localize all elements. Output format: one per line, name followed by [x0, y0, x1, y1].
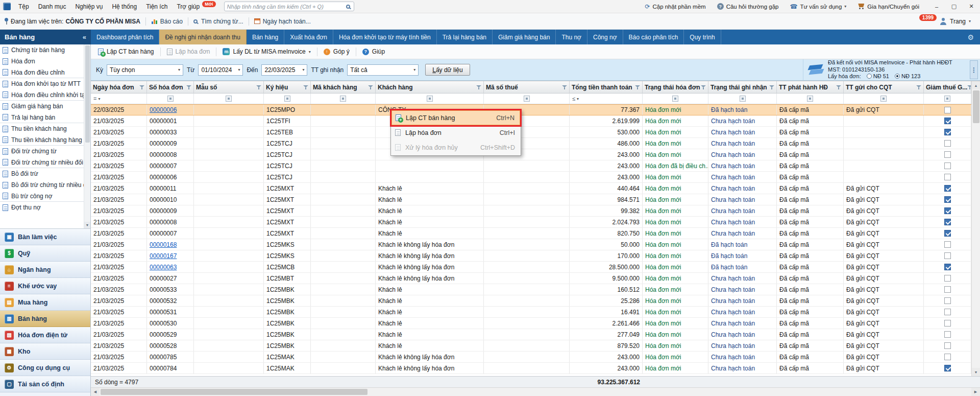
- table-row[interactable]: 21/03/2025000000101C25MXTKhách lẻ984.571…: [91, 194, 971, 205]
- table-row[interactable]: 21/03/2025000000091C25MXTKhách lẻ99.382H…: [91, 205, 971, 217]
- tab-6[interactable]: Trả lại hàng bán: [437, 30, 493, 44]
- module-item-công-cụ-dụng-cụ[interactable]: ⚙Công cụ dụng cụ: [0, 360, 90, 376]
- filter-cell-5[interactable]: [311, 94, 376, 104]
- sidebar-item-10[interactable]: Đối trừ chứng từ: [0, 146, 84, 157]
- column-header-5[interactable]: Mã khách hàng: [311, 81, 376, 93]
- sidebar-item-11[interactable]: Đối trừ chứng từ nhiều đối t...: [0, 157, 84, 168]
- filter-button-icon[interactable]: [524, 96, 530, 102]
- sidebar-item-15[interactable]: Đợt thu nợ: [0, 202, 84, 213]
- module-item-kho[interactable]: ▦Kho: [0, 343, 90, 360]
- filter-funnel-icon[interactable]: [967, 85, 971, 90]
- sidebar-scrollbar-thumb[interactable]: [85, 45, 90, 143]
- tab-5[interactable]: Hóa đơn khởi tạo từ máy tính tiền: [333, 30, 437, 44]
- tax-reduce-checkbox[interactable]: [944, 309, 951, 315]
- tax-reduce-checkbox[interactable]: [944, 219, 951, 225]
- to-date-input[interactable]: 22/03/2025 ▾: [261, 64, 307, 76]
- minimize-button[interactable]: –: [928, 0, 945, 13]
- invoice-no-link[interactable]: 00000006: [150, 106, 177, 113]
- radio-nd51-label[interactable]: NĐ 51: [873, 73, 889, 79]
- sidebar-item-8[interactable]: Thu tiền khách hàng: [0, 123, 84, 134]
- module-item-bàn-làm-việc[interactable]: ▣Bàn làm việc: [0, 229, 90, 245]
- tax-reduce-checkbox[interactable]: [944, 185, 951, 192]
- from-date-input[interactable]: 01/10/2024 ▾: [198, 64, 243, 76]
- toolbar-button-5[interactable]: ?Giúp: [358, 46, 389, 57]
- tax-reduce-checkbox[interactable]: [944, 365, 951, 371]
- filter-cell-10[interactable]: [708, 94, 777, 104]
- table-row[interactable]: 21/03/2025000000331C25TEB530.000Hóa đơn …: [91, 127, 971, 138]
- tab-settings-gear-icon[interactable]: ⚙: [961, 30, 980, 44]
- menubar-cart-button[interactable]: Gia hạn/Chuyển gói: [853, 0, 924, 13]
- tax-reduce-checkbox[interactable]: [944, 230, 951, 237]
- record-status-select[interactable]: Tất cả ▾: [347, 64, 419, 76]
- workbar-link-1[interactable]: Báo cáo: [151, 18, 183, 25]
- filter-funnel-icon[interactable]: [836, 85, 841, 90]
- table-row[interactable]: 21/03/2025000000011C25TFI2.619.999Hóa đơ…: [91, 115, 971, 127]
- filter-cell-6[interactable]: [376, 94, 484, 104]
- column-header-11[interactable]: TT phát hành HĐ: [777, 81, 844, 93]
- toolbar-button-1[interactable]: Lập CT bán hàng: [94, 46, 158, 57]
- horizontal-scrollbar-thumb[interactable]: [101, 389, 368, 395]
- filter-button-icon[interactable]: [284, 96, 290, 102]
- period-select[interactable]: Tùy chọn ▾: [107, 64, 183, 76]
- filter-button-icon[interactable]: [226, 96, 232, 102]
- scroll-left-icon[interactable]: ◀: [91, 388, 100, 396]
- tab-11[interactable]: Quy trình: [684, 30, 721, 44]
- tab-4[interactable]: Xuất hóa đơn: [284, 30, 333, 44]
- column-header-4[interactable]: Ký hiệu: [264, 81, 311, 93]
- tab-9[interactable]: Công nợ: [587, 30, 623, 44]
- vertical-scrollbar-thumb[interactable]: [973, 90, 979, 123]
- tax-reduce-checkbox[interactable]: [944, 107, 951, 113]
- table-row[interactable]: 21/03/2025000000081C25MXTKhách lẻ2.024.7…: [91, 217, 971, 228]
- company-name[interactable]: CÔNG TY CỔ PHẦN MISA: [65, 18, 140, 25]
- sidebar-item-12[interactable]: Bỏ đối trừ: [0, 168, 84, 179]
- chevron-down-icon[interactable]: ▾: [969, 19, 971, 24]
- tax-reduce-checkbox[interactable]: [944, 320, 951, 327]
- tax-reduce-checkbox[interactable]: [944, 207, 951, 214]
- tab-3[interactable]: Bán hàng: [247, 30, 284, 44]
- filter-cell-1[interactable]: =▾: [91, 94, 147, 104]
- radio-nd123[interactable]: [895, 74, 900, 79]
- table-row[interactable]: 21/03/2025000000091C25TCJ486.000Hóa đơn …: [91, 138, 971, 149]
- tax-reduce-checkbox[interactable]: [944, 342, 951, 349]
- sidebar-item-5[interactable]: Hóa đơn điều chỉnh khởi tạo...: [0, 89, 84, 101]
- sidebar-item-4[interactable]: Hóa đơn khởi tạo từ MTT: [0, 78, 84, 89]
- sidebar-item-7[interactable]: Trả lại hàng bán: [0, 112, 84, 123]
- module-item-hóa-đơn-điện-tử[interactable]: ▧Hóa đơn điện tử: [0, 327, 90, 343]
- tab-10[interactable]: Báo cáo phân tích: [623, 30, 684, 44]
- table-row[interactable]: 21/03/2025000000631C25MCBKhách lẻ không …: [91, 262, 971, 273]
- table-row[interactable]: 21/03/2025000000071C25TCJ243.000Hóa đơn …: [91, 160, 971, 172]
- filter-cell-2[interactable]: [147, 94, 194, 104]
- column-header-12[interactable]: TT gửi cho CQT: [844, 81, 924, 93]
- filter-funnel-icon[interactable]: [635, 85, 640, 90]
- search-box[interactable]: [224, 2, 354, 11]
- sidebar-item-6[interactable]: Giảm giá hàng bán: [0, 101, 84, 112]
- scroll-right-icon[interactable]: ▶: [971, 388, 980, 396]
- filter-button-icon[interactable]: [740, 96, 746, 102]
- scroll-up-icon[interactable]: ▲: [972, 81, 980, 89]
- table-row[interactable]: 21/03/2025000001671C25MKSKhách lẻ không …: [91, 250, 971, 262]
- toolbar-button-3[interactable]: mLấy DL từ MISA meInvoice▾: [218, 46, 314, 57]
- menu-item-2[interactable]: Danh mục: [34, 0, 71, 13]
- scroll-down-icon[interactable]: ▼: [972, 368, 980, 376]
- column-header-6[interactable]: Khách hàng: [376, 81, 484, 93]
- workbar-link-3[interactable]: Ngày hạch toán...: [254, 18, 311, 25]
- sidebar-scrollbar[interactable]: ▼: [84, 44, 90, 228]
- collapse-sidebar-button[interactable]: «: [83, 33, 86, 41]
- context-menu-item-2[interactable]: Lập hóa đơnCtrl+I: [391, 125, 520, 140]
- tax-reduce-checkbox[interactable]: [944, 252, 951, 259]
- sidebar-item-14[interactable]: Bù trừ công nợ: [0, 191, 84, 202]
- horizontal-scrollbar[interactable]: ◀ ▶: [91, 387, 980, 396]
- filter-button-icon[interactable]: [340, 96, 346, 102]
- filter-cell-8[interactable]: ≤▾: [570, 94, 643, 104]
- sidebar-item-2[interactable]: Hóa đơn: [0, 56, 84, 67]
- tax-reduce-checkbox[interactable]: [944, 162, 951, 169]
- tab-2[interactable]: Đề nghị ghi nhận doanh thu: [159, 30, 246, 44]
- column-header-9[interactable]: Trạng thái hóa đơn: [643, 81, 708, 93]
- table-row[interactable]: 21/03/2025000000111C25MXTKhách lẻ440.464…: [91, 183, 971, 194]
- module-item-khế-ước-vay[interactable]: ≡Khế ước vay: [0, 278, 90, 294]
- filter-button-icon[interactable]: [880, 96, 887, 102]
- filter-funnel-icon[interactable]: [139, 85, 144, 90]
- filter-cell-7[interactable]: [484, 94, 570, 104]
- meinvoice-menu-dots-icon[interactable]: ⋮: [970, 60, 978, 79]
- table-row[interactable]: 21/03/2025000007851C25MAKKhách lẻ không …: [91, 352, 971, 363]
